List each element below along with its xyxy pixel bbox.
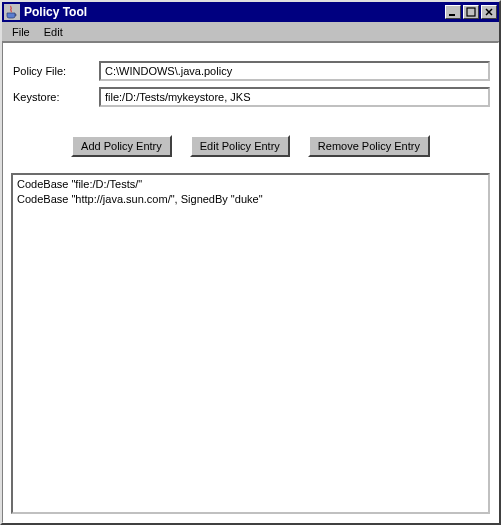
policy-file-label: Policy File: xyxy=(11,65,99,77)
menubar: File Edit xyxy=(2,22,499,42)
java-cup-icon xyxy=(4,4,20,20)
edit-policy-entry-button[interactable]: Edit Policy Entry xyxy=(190,135,290,157)
list-item[interactable]: CodeBase "file:/D:/Tests/" xyxy=(17,177,484,192)
policy-entries-list[interactable]: CodeBase "file:/D:/Tests/" CodeBase "htt… xyxy=(11,173,490,514)
policy-file-input[interactable] xyxy=(99,61,490,81)
list-item[interactable]: CodeBase "http://java.sun.com/", SignedB… xyxy=(17,192,484,207)
titlebar[interactable]: Policy Tool xyxy=(2,2,499,22)
add-policy-entry-button[interactable]: Add Policy Entry xyxy=(71,135,172,157)
menu-edit[interactable]: Edit xyxy=(40,24,73,40)
remove-policy-entry-button[interactable]: Remove Policy Entry xyxy=(308,135,430,157)
window-controls xyxy=(443,5,497,19)
window-title: Policy Tool xyxy=(24,5,443,19)
close-button[interactable] xyxy=(481,5,497,19)
policy-file-row: Policy File: xyxy=(11,61,490,81)
keystore-input[interactable] xyxy=(99,87,490,107)
app-window: Policy Tool File Edit Policy File: Keyst… xyxy=(0,0,501,525)
button-row: Add Policy Entry Edit Policy Entry Remov… xyxy=(11,135,490,157)
client-area: Policy File: Keystore: Add Policy Entry … xyxy=(2,42,499,523)
svg-rect-2 xyxy=(467,8,475,16)
keystore-label: Keystore: xyxy=(11,91,99,103)
minimize-button[interactable] xyxy=(445,5,461,19)
maximize-button[interactable] xyxy=(463,5,479,19)
menu-file[interactable]: File xyxy=(8,24,40,40)
keystore-row: Keystore: xyxy=(11,87,490,107)
